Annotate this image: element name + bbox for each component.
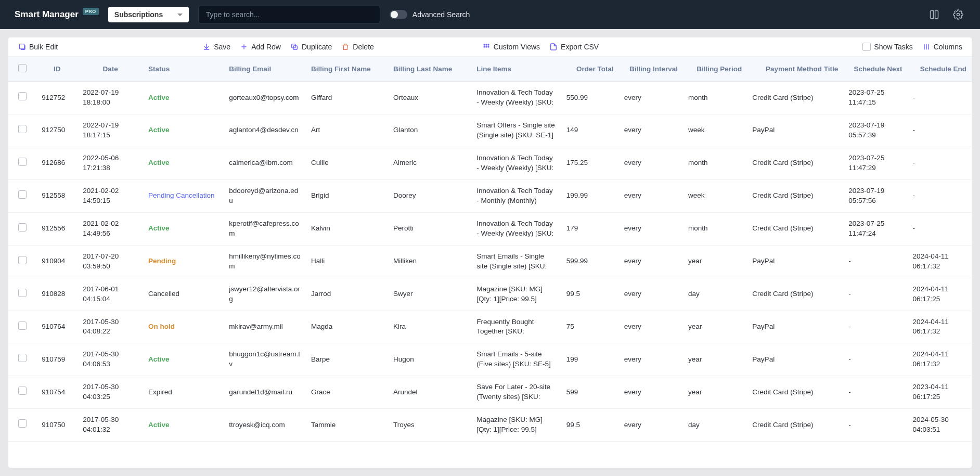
- export-csv-button[interactable]: Export CSV: [549, 43, 599, 51]
- cell-lname: Troyes: [388, 409, 471, 442]
- cell-status: Active: [143, 409, 224, 442]
- cell-interval: every: [619, 114, 683, 147]
- main-panel: Bulk Edit Save Add Row Duplicate Delete …: [8, 37, 972, 468]
- row-checkbox[interactable]: [18, 289, 27, 297]
- svg-point-0: [957, 14, 960, 16]
- cell-email: bhuggon1c@ustream.tv: [224, 343, 306, 376]
- export-csv-label: Export CSV: [561, 43, 599, 51]
- columns-button[interactable]: Columns: [922, 43, 962, 51]
- header-interval[interactable]: Billing Interval: [619, 57, 683, 82]
- header-lname[interactable]: Billing Last Name: [388, 57, 471, 82]
- row-checkbox[interactable]: [18, 321, 27, 330]
- cell-items: Innovation & Tech Today - Weekly (Weekly…: [471, 212, 561, 245]
- row-checkbox[interactable]: [18, 256, 27, 264]
- cell-lname: Glanton: [388, 114, 471, 147]
- cell-payment: Credit Card (Stripe): [747, 376, 843, 409]
- gear-icon[interactable]: [951, 7, 965, 22]
- cell-period: week: [683, 179, 747, 212]
- cell-total: 599: [561, 376, 619, 409]
- cell-fname: Barpe: [306, 343, 388, 376]
- cell-payment: Credit Card (Stripe): [747, 212, 843, 245]
- cell-status: Pending: [143, 245, 224, 278]
- table-row[interactable]: 9107642017-05-30 04:08:22On holdmkirav@a…: [8, 311, 972, 343]
- advanced-search-toggle[interactable]: [390, 10, 407, 19]
- table-row[interactable]: 9127522022-07-19 18:18:00Activegorteaux0…: [8, 82, 972, 114]
- svg-point-9: [486, 46, 487, 47]
- docs-icon[interactable]: [927, 7, 942, 22]
- row-checkbox[interactable]: [18, 190, 27, 199]
- row-checkbox[interactable]: [18, 125, 27, 133]
- cell-schedule-end: -: [908, 114, 972, 147]
- cell-payment: Credit Card (Stripe): [747, 147, 843, 179]
- row-checkbox[interactable]: [18, 387, 27, 395]
- header-period[interactable]: Billing Period: [683, 57, 747, 82]
- cell-date: 2022-07-19 18:18:00: [78, 82, 143, 114]
- table-row[interactable]: 9108282017-06-01 04:15:04Cancelledjswyer…: [8, 278, 972, 311]
- cell-items: Magazine [SKU: MG][Qty: 1][Price: 99.5]: [471, 278, 561, 311]
- cell-items: Save For Later - 20-site (Twenty sites) …: [471, 376, 561, 409]
- header-snext[interactable]: Schedule Next: [843, 57, 907, 82]
- bulk-edit-button[interactable]: Bulk Edit: [18, 43, 58, 51]
- cell-period: day: [683, 278, 747, 311]
- brand: Smart Manager PRO: [15, 9, 99, 20]
- cell-interval: every: [619, 278, 683, 311]
- table-row[interactable]: 9127502022-07-19 18:17:15Activeaglanton4…: [8, 114, 972, 147]
- cell-schedule-next: -: [843, 245, 907, 278]
- show-tasks-toggle[interactable]: Show Tasks: [862, 43, 912, 51]
- table-row[interactable]: 9125582021-02-02 14:50:15Pending Cancell…: [8, 179, 972, 212]
- cell-email: mkirav@army.mil: [224, 311, 306, 343]
- header-items[interactable]: Line Items: [471, 57, 561, 82]
- cell-payment: Credit Card (Stripe): [747, 179, 843, 212]
- add-row-button[interactable]: Add Row: [240, 43, 281, 51]
- table-row[interactable]: 9107592017-05-30 04:06:53Activebhuggon1c…: [8, 343, 972, 376]
- svg-rect-1: [19, 44, 24, 49]
- delete-button[interactable]: Delete: [341, 43, 373, 51]
- duplicate-button[interactable]: Duplicate: [290, 43, 332, 51]
- cell-fname: Tammie: [306, 409, 388, 442]
- row-checkbox[interactable]: [18, 354, 27, 362]
- cell-status: Active: [143, 114, 224, 147]
- cell-schedule-end: 2024-05-30 04:03:51: [908, 409, 972, 442]
- header-status[interactable]: Status: [143, 57, 224, 82]
- cell-status: Active: [143, 212, 224, 245]
- cell-date: 2021-02-02 14:50:15: [78, 179, 143, 212]
- chevron-down-icon: [177, 14, 183, 16]
- cell-schedule-end: -: [908, 179, 972, 212]
- header-payment[interactable]: Payment Method Title: [747, 57, 843, 82]
- table-row[interactable]: 9107502017-05-30 04:01:32Activettroyesk@…: [8, 409, 972, 442]
- row-checkbox[interactable]: [18, 158, 27, 166]
- dashboard-select[interactable]: Subscriptions: [108, 7, 189, 22]
- cell-period: month: [683, 147, 747, 179]
- header-fname[interactable]: Billing First Name: [306, 57, 388, 82]
- cell-interval: every: [619, 245, 683, 278]
- table-scroll[interactable]: ID Date Status Billing Email Billing Fir…: [8, 57, 972, 468]
- header-id[interactable]: ID: [36, 57, 78, 82]
- header-select-all[interactable]: [8, 57, 36, 82]
- advanced-search[interactable]: Advanced Search: [390, 10, 470, 19]
- table-row[interactable]: 9126862022-05-06 17:21:38Activecaimerica…: [8, 147, 972, 179]
- cell-period: year: [683, 311, 747, 343]
- row-checkbox[interactable]: [18, 92, 27, 100]
- row-checkbox[interactable]: [18, 223, 27, 231]
- cell-interval: every: [619, 409, 683, 442]
- svg-rect-2: [204, 49, 210, 50]
- row-checkbox[interactable]: [18, 419, 27, 428]
- header-email[interactable]: Billing Email: [224, 57, 306, 82]
- custom-views-button[interactable]: Custom Views: [482, 43, 540, 51]
- cell-email: caimerica@ibm.com: [224, 147, 306, 179]
- header-date[interactable]: Date: [78, 57, 143, 82]
- cell-schedule-end: 2024-04-11 06:17:32: [908, 343, 972, 376]
- cell-items: Innovation & Tech Today - Weekly (Weekly…: [471, 82, 561, 114]
- save-button[interactable]: Save: [202, 43, 230, 51]
- cell-status: Active: [143, 82, 224, 114]
- show-tasks-checkbox[interactable]: [862, 43, 871, 51]
- table-row[interactable]: 9109042017-07-20 03:59:50Pendinghmillike…: [8, 245, 972, 278]
- header-total[interactable]: Order Total: [561, 57, 619, 82]
- cell-schedule-next: -: [843, 343, 907, 376]
- search-input[interactable]: [198, 6, 380, 23]
- cell-period: month: [683, 82, 747, 114]
- table-row[interactable]: 9125562021-02-02 14:49:56Activekperotif@…: [8, 212, 972, 245]
- table-row[interactable]: 9107542017-05-30 04:03:25Expiredgarundel…: [8, 376, 972, 409]
- cell-date: 2017-05-30 04:03:25: [78, 376, 143, 409]
- header-send[interactable]: Schedule End: [908, 57, 972, 82]
